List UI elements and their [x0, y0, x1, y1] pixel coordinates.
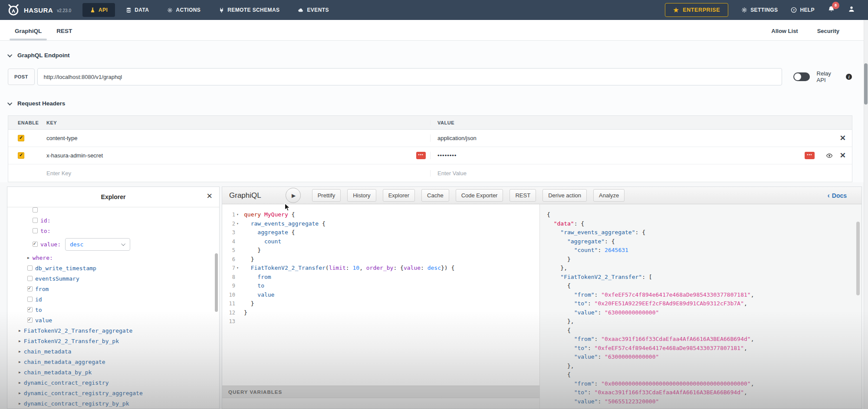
toolbar-button-rest[interactable]: REST — [510, 189, 536, 202]
relay-api-toggle[interactable] — [793, 72, 810, 81]
explorer-item-chain-metadata-by-pk[interactable]: ▶chain_metadata_by_pk — [7, 367, 219, 377]
explorer-item-where-[interactable]: ▶where: — [7, 252, 219, 263]
notifications-button[interactable]: 8 — [828, 6, 835, 15]
eye-icon[interactable] — [826, 152, 833, 159]
explorer-item-db-write-timestamp[interactable]: db_write_timestamp — [7, 263, 219, 273]
nav-item-data[interactable]: DATA — [118, 3, 156, 17]
tab-rest[interactable]: REST — [51, 28, 77, 40]
header-enable-checkbox[interactable] — [18, 135, 24, 141]
nav-item-actions[interactable]: ACTIONS — [160, 3, 208, 17]
toolbar-button-history[interactable]: History — [347, 189, 376, 202]
request-headers-section-toggle[interactable]: Request Headers — [0, 100, 868, 107]
explorer-checkbox[interactable] — [33, 207, 38, 213]
token: , — [744, 300, 747, 307]
api-subtabs: GraphiQLREST Allow ListSecurity — [0, 20, 868, 41]
link-allow-list[interactable]: Allow List — [771, 28, 798, 34]
header-value-cell[interactable]: •••••••••••✕ — [430, 152, 852, 159]
toolbar-button-analyze[interactable]: Analyze — [593, 189, 625, 202]
query-editor[interactable]: 1▾query MyQuery {2▾ raw_events_aggregate… — [222, 204, 539, 386]
header-key-cell[interactable]: content-type — [39, 135, 430, 141]
token — [261, 211, 264, 218]
remove-header-icon[interactable]: ✕ — [840, 134, 846, 142]
token: : — [588, 300, 595, 307]
expand-triangle-icon: ▶ — [19, 329, 21, 333]
query-variables-editor[interactable] — [222, 398, 539, 409]
settings-button[interactable]: SETTINGS — [741, 7, 778, 13]
toolbar-button-cache[interactable]: Cache — [421, 189, 449, 202]
explorer-item-value-[interactable]: value:desc — [7, 236, 219, 252]
explorer-checkbox[interactable] — [27, 265, 33, 271]
response-line: { — [547, 210, 861, 219]
docs-link[interactable]: ‹ Docs — [827, 192, 847, 200]
nav-item-api[interactable]: API — [82, 3, 115, 17]
fold-gutter — [235, 228, 242, 237]
header-enable-checkbox[interactable] — [18, 152, 24, 159]
notification-badge: 8 — [832, 2, 839, 9]
header-value-text: •••••••• — [437, 152, 457, 159]
toolbar-button-explorer[interactable]: Explorer — [383, 189, 415, 202]
toolbar-button-prettify[interactable]: Prettify — [312, 189, 341, 202]
header-key-cell[interactable]: Enter Key — [39, 170, 430, 177]
graphiql-toolbar: GraphiQL ▶ PrettifyHistoryExplorerCacheC… — [222, 187, 861, 204]
header-value-cell[interactable]: Enter Value — [430, 170, 852, 177]
scrollbar-thumb[interactable] — [864, 63, 868, 105]
header-value-cell[interactable]: application/json✕ — [430, 134, 852, 142]
explorer-item-from[interactable]: from — [7, 284, 219, 294]
token — [244, 291, 257, 298]
explorer-item-label: dynamic_contract_registry_aggregate — [24, 390, 143, 396]
explorer-checkbox[interactable] — [27, 286, 33, 291]
enterprise-button[interactable]: ★ ENTERPRISE — [665, 3, 728, 17]
token: , — [359, 265, 366, 271]
explorer-checkbox[interactable] — [27, 307, 33, 312]
explorer-item-dynamic-contract-registry[interactable]: ▶dynamic_contract_registry — [7, 377, 219, 388]
response-scrollbar[interactable] — [856, 222, 860, 295]
order-direction-select[interactable]: desc — [65, 238, 130, 251]
explorer-item-id[interactable]: id — [7, 294, 219, 304]
execute-query-button[interactable]: ▶ — [286, 188, 301, 203]
nav-item-label: REMOTE SCHEMAS — [227, 7, 279, 13]
nav-item-remote-schemas[interactable]: REMOTE SCHEMAS — [211, 3, 287, 17]
explorer-scrollbar[interactable] — [215, 253, 218, 312]
toolbar-button-code-exporter[interactable]: Code Exporter — [456, 189, 503, 202]
explorer-item-dynamic-contract-registry-by-pk[interactable]: ▶dynamic_contract_registry_by_pk — [7, 398, 219, 409]
header-enable-cell — [8, 152, 39, 159]
explorer-item-dynamic-contract-registry-aggregate[interactable]: ▶dynamic_contract_registry_aggregate — [7, 388, 219, 398]
explorer-item-id-[interactable]: id: — [7, 215, 219, 226]
explorer-checkbox[interactable] — [33, 228, 38, 233]
query-variables-toggle[interactable]: QUERY VARIABLES — [222, 386, 539, 398]
help-button[interactable]: ? HELP — [791, 7, 815, 13]
explorer-item-label: eventsSummary — [35, 275, 79, 282]
explorer-checkbox[interactable] — [27, 276, 33, 281]
explorer-checkbox[interactable] — [27, 297, 33, 302]
page-scrollbar[interactable] — [864, 20, 868, 409]
explorer-item-to-[interactable]: to: — [7, 226, 219, 236]
explorer-item-value[interactable]: value — [7, 315, 219, 325]
fold-arrow-icon: ▾ — [235, 264, 242, 273]
explorer-item-fiattokenv2-2-transfer-by-pk[interactable]: ▶FiatTokenV2_2_Transfer_by_pk — [7, 336, 219, 346]
user-menu-button[interactable] — [848, 6, 855, 14]
remove-header-icon[interactable]: ✕ — [840, 152, 846, 159]
close-icon[interactable]: × — [207, 190, 212, 202]
toolbar-button-derive-action[interactable]: Derive action — [542, 189, 587, 202]
explorer-item[interactable] — [7, 207, 219, 215]
plug-icon — [219, 7, 224, 13]
explorer-item-eventssummary[interactable]: eventsSummary — [7, 273, 219, 284]
explorer-checkbox[interactable] — [33, 242, 38, 247]
token: } — [244, 309, 247, 316]
graphql-endpoint-section-toggle[interactable]: GraphQL Endpoint — [0, 52, 868, 59]
info-icon[interactable]: i — [845, 73, 852, 80]
brand[interactable]: HASURA v2.23.0 — [0, 3, 82, 16]
tab-graphiql[interactable]: GraphiQL — [10, 28, 47, 40]
header-key-cell[interactable]: x-hasura-admin-secret••• — [39, 152, 430, 159]
explorer-checkbox[interactable] — [27, 317, 33, 323]
explorer-item-chain-metadata-aggregate[interactable]: ▶chain_metadata_aggregate — [7, 357, 219, 367]
explorer-checkbox[interactable] — [33, 218, 38, 223]
explorer-item-fiattokenv2-2-transfer-aggregate[interactable]: ▶FiatTokenV2_2_Transfer_aggregate — [7, 325, 219, 336]
token: , — [744, 345, 747, 351]
token: limit — [329, 265, 346, 271]
graphql-endpoint-input[interactable] — [37, 68, 782, 85]
link-security[interactable]: Security — [817, 28, 839, 34]
nav-item-events[interactable]: EVENTS — [290, 3, 336, 17]
explorer-item-chain-metadata[interactable]: ▶chain_metadata — [7, 346, 219, 357]
explorer-item-to[interactable]: to — [7, 304, 219, 315]
